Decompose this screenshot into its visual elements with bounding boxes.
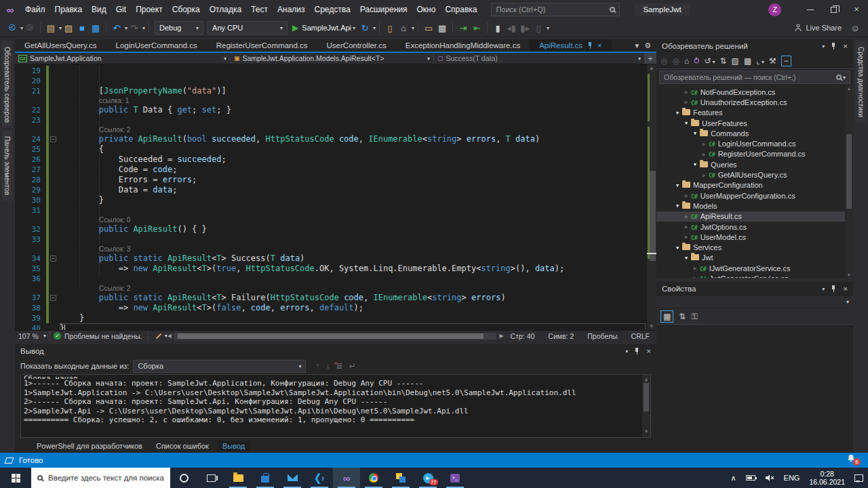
find-in-files-icon[interactable]: ▯ [384, 21, 396, 35]
document-tab-RegisterUserCommand.cs[interactable]: RegisterUserCommand.cs [207, 39, 317, 52]
user-avatar[interactable]: Z [768, 3, 781, 16]
properties-icon[interactable]: ⚒ [769, 56, 776, 66]
show-all-files-icon[interactable]: ▧ [732, 56, 739, 66]
menu-item-окно[interactable]: Окно [412, 0, 440, 19]
navigate-forward-icon[interactable]: ⧁ [24, 21, 36, 35]
codelens-row[interactable]: Ссылок: 2 [15, 284, 647, 293]
platform-dropdown[interactable]: Any CPU▾ [208, 21, 288, 35]
pending-changes-filter-icon[interactable]: ↺▾ [704, 56, 715, 66]
server-explorer-tab[interactable]: Обозреватель серверов [2, 41, 13, 128]
categorized-view-icon[interactable]: ▦ [660, 310, 673, 323]
save-all-icon[interactable]: ▦ [90, 21, 102, 35]
expand-icon[interactable]: ▹ [692, 265, 698, 271]
project-dropdown[interactable]: C# SampleJwt.Application ▾ [15, 53, 231, 64]
menu-item-анализ[interactable]: Анализ [273, 0, 310, 19]
tree-item-LoginUserCommand.cs[interactable]: ▹C#LoginUserCommand.cs [656, 138, 853, 148]
expand-icon[interactable]: ▹ [701, 172, 707, 178]
collapse-icon[interactable]: ▾ [692, 161, 698, 167]
code-line-37[interactable]: 37− public static ApiResult<T> Failure(H… [15, 293, 647, 303]
live-share-button[interactable]: Live Share [794, 24, 842, 32]
pin-icon[interactable] [831, 43, 836, 49]
language-indicator[interactable]: ENG [779, 468, 805, 488]
expand-icon[interactable]: ▹ [683, 99, 690, 105]
tree-item-Jwt[interactable]: ▾Jwt [656, 253, 853, 263]
type-dropdown[interactable]: ▣ SampleJwt.Application.Models.ApiResult… [231, 53, 434, 64]
home-icon[interactable]: ⌂ [684, 56, 689, 66]
code-line-24[interactable]: 24− private ApiResult(bool succeeded, Ht… [15, 134, 647, 144]
goto-prev-message-icon[interactable]: ↑ [315, 361, 319, 371]
collapse-all-icon[interactable]: ▩ [744, 56, 751, 66]
minimize-button[interactable] [799, 0, 822, 19]
collapse-icon[interactable]: ▾ [674, 245, 681, 251]
alphabetical-view-icon[interactable]: ⇅ [679, 312, 686, 321]
collapse-icon[interactable]: ▾ [692, 130, 698, 136]
document-tab-UserController.cs[interactable]: UserController.cs [317, 39, 396, 52]
refresh-icon[interactable]: ⇅ [720, 56, 727, 66]
code-line-21[interactable]: 21 [JsonPropertyName("data")] [15, 86, 647, 96]
tree-item-UserModel.cs[interactable]: ▹C#UserModel.cs [656, 232, 853, 242]
terminal-button[interactable]: >_ [441, 468, 469, 488]
window-position-icon[interactable]: ▾ [625, 348, 628, 354]
editor-vertical-scrollbar[interactable]: ▲ ▼ [647, 64, 656, 330]
sync-with-active-document-icon[interactable]: ⥁ [694, 56, 699, 66]
forward-icon[interactable]: ◎ [672, 56, 679, 66]
code-line-26[interactable]: 26 Succeeded = succeeded; [15, 155, 647, 165]
pin-icon[interactable] [635, 348, 639, 354]
mail-button[interactable] [279, 468, 306, 488]
bottom-tab-PowerShell для разработчиков[interactable]: PowerShell для разработчиков [31, 441, 148, 451]
editor-horizontal-scrollbar[interactable] [174, 333, 497, 340]
menu-item-сборка[interactable]: Сборка [167, 0, 205, 19]
menu-item-справка[interactable]: Справка [440, 0, 481, 19]
battery-icon[interactable] [741, 468, 760, 488]
collapse-icon[interactable]: ▾ [683, 255, 690, 261]
codelens-row[interactable]: Ссылок: 2 [15, 125, 647, 134]
menu-item-средства[interactable]: Средства [310, 0, 355, 19]
tree-item-NotFoundException.cs[interactable]: ▹C#NotFoundException.cs [656, 87, 853, 97]
tree-item-UnauthorizedException.cs[interactable]: ▹C#UnauthorizedException.cs [656, 97, 853, 107]
code-line-32[interactable]: 32 public ApiResult() { } [15, 224, 647, 235]
feedback-icon[interactable]: ☺ [849, 21, 861, 35]
volume-muted-icon[interactable] [760, 468, 779, 488]
collapse-icon[interactable]: ▾ [674, 110, 681, 116]
tree-item-MapperConfiguration[interactable]: ▾MapperConfiguration [656, 180, 853, 190]
tree-item-JwtOptions.cs[interactable]: ▹C#JwtOptions.cs [656, 222, 853, 232]
new-item-icon[interactable]: ▤ [45, 21, 57, 35]
navigate-back-icon[interactable]: ⧀ [6, 21, 18, 35]
code-line-36[interactable]: 36 [15, 274, 647, 284]
taskbar-search-box[interactable]: Введите здесь текст для поиска [31, 468, 170, 488]
restore-button[interactable] [822, 0, 845, 19]
vscode-button[interactable]: ❮› [306, 468, 333, 488]
menu-item-правка[interactable]: Правка [50, 0, 87, 19]
scroll-down-icon[interactable]: ▼ [647, 323, 656, 329]
code-line-31[interactable]: 31 [15, 205, 647, 216]
outdent-icon[interactable]: ⇤ [471, 21, 483, 35]
tree-scrollbar[interactable]: ▲ ▼ [845, 85, 853, 278]
document-list-icon[interactable]: ▾ [635, 41, 639, 50]
refresh-icon[interactable]: ↻ [359, 21, 371, 35]
codelens-row[interactable]: Ссылок: 0 [15, 216, 647, 224]
visual-studio-button[interactable]: ∞ [333, 468, 360, 488]
tree-item-UserFeatures[interactable]: ▾UserFeatures [656, 118, 853, 128]
indent-mode[interactable]: Пробелы [580, 332, 624, 340]
translator-button[interactable] [387, 468, 414, 488]
toolbox-tab[interactable]: Панель элементов [2, 131, 13, 201]
zoom-dropdown[interactable]: 107 %▾ [15, 331, 50, 341]
code-line-28[interactable]: 28 Errors = errors; [15, 175, 647, 185]
scroll-up-icon[interactable]: ▲ [647, 65, 656, 71]
menu-item-файл[interactable]: Файл [20, 0, 50, 19]
window-position-icon[interactable]: ▾ [822, 286, 825, 292]
code-line-40[interactable]: 40} [15, 323, 647, 330]
menu-item-проект[interactable]: Проект [131, 0, 167, 19]
menu-item-вид[interactable]: Вид [87, 0, 111, 19]
bookmark-next-icon[interactable]: ▮▸ [519, 21, 531, 35]
bottom-tab-Список ошибок[interactable]: Список ошибок [151, 441, 214, 451]
code-line-34[interactable]: 34− public static ApiResult<T> Success(T… [15, 253, 647, 264]
pin-icon[interactable] [831, 285, 836, 292]
code-line-30[interactable]: 30 } [15, 195, 647, 205]
start-button[interactable] [0, 468, 31, 488]
diagnostic-tools-tab[interactable]: Средства диагностики [855, 41, 867, 123]
collapse-icon[interactable]: ▾ [674, 203, 681, 209]
pin-tab-icon[interactable] [588, 42, 593, 49]
collapse-icon[interactable]: ▾ [683, 120, 690, 126]
code-line-23[interactable]: 23 [15, 115, 647, 125]
